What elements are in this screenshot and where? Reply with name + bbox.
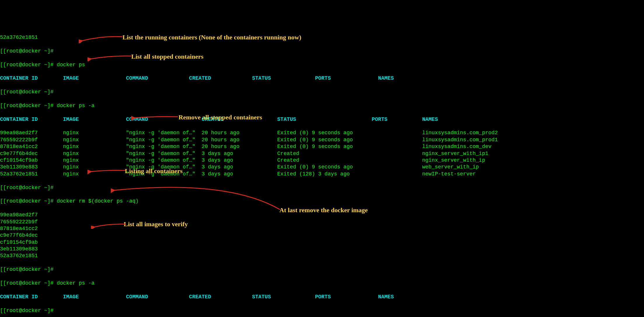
- fragment-line: 52a3762e1851: [0, 34, 644, 41]
- removed-id: 3eb11309e883: [0, 246, 644, 252]
- removed-id: 52a3762e1851: [0, 252, 644, 259]
- ps-a-headers: CONTAINER ID IMAGE COMMAND CREATED STATU…: [0, 116, 644, 123]
- container-row: 765592222b9f nginx "nginx -g 'daemon of……: [0, 137, 644, 143]
- annotation-remove-image: At last remove the docker image: [279, 206, 368, 215]
- removed-id: 87818ea41cc2: [0, 225, 644, 232]
- container-row: 87818ea41cc2 nginx "nginx -g 'daemon of……: [0, 143, 644, 150]
- container-row: 99ea98aed2f7 nginx "nginx -g 'daemon of……: [0, 130, 644, 136]
- annotation-listing-all: Listing all containers: [125, 167, 183, 175]
- ps-headers-2: CONTAINER ID IMAGE COMMAND CREATED STATU…: [0, 294, 644, 300]
- cmd-docker-ps-a-2: [[root@docker ~]# docker ps -a: [0, 280, 644, 287]
- container-row: cf10154cf9ab nginx "nginx -g 'daemon of……: [0, 157, 644, 164]
- container-row: c9e77f6b4dec nginx "nginx -g 'daemon of……: [0, 150, 644, 157]
- removed-id: c9e77f6b4dec: [0, 232, 644, 239]
- prompt-line-blank-3: [[root@docker ~]#: [0, 184, 644, 191]
- annotation-list-images: List all images to verify: [124, 220, 188, 229]
- terminal[interactable]: 52a3762e1851 [[root@docker ~]# [[root@do…: [0, 27, 644, 317]
- removed-id: 765592222b9f: [0, 219, 644, 225]
- cmd-docker-ps-a-1: [[root@docker ~]# docker ps -a: [0, 102, 644, 109]
- container-row: 3eb11309e883 nginx "nginx -g 'daemon of……: [0, 164, 644, 170]
- container-row: 52a3762e1851 nginx "nginx -g 'daemon of……: [0, 171, 644, 177]
- prompt-line-blank-2: [[root@docker ~]#: [0, 89, 644, 95]
- prompt-line-blank-1: [[root@docker ~]#: [0, 48, 644, 55]
- prompt-line-blank-4: [[root@docker ~]#: [0, 266, 644, 273]
- ps-headers-1: CONTAINER ID IMAGE COMMAND CREATED STATU…: [0, 75, 644, 82]
- annotation-remove-stopped: Remove all stopped containers: [178, 113, 262, 122]
- cmd-docker-rm-all: [[root@docker ~]# docker rm $(docker ps …: [0, 198, 644, 205]
- arrow-2: [88, 54, 134, 61]
- annotation-list-stopped: List all stopped containers: [131, 53, 204, 61]
- cmd-docker-ps: [[root@docker ~]# docker ps: [0, 62, 644, 68]
- prompt-line-blank-5: [[root@docker ~]#: [0, 307, 644, 314]
- annotation-list-running: List the running containers (None of the…: [123, 33, 301, 42]
- removed-id: cf10154cf9ab: [0, 239, 644, 246]
